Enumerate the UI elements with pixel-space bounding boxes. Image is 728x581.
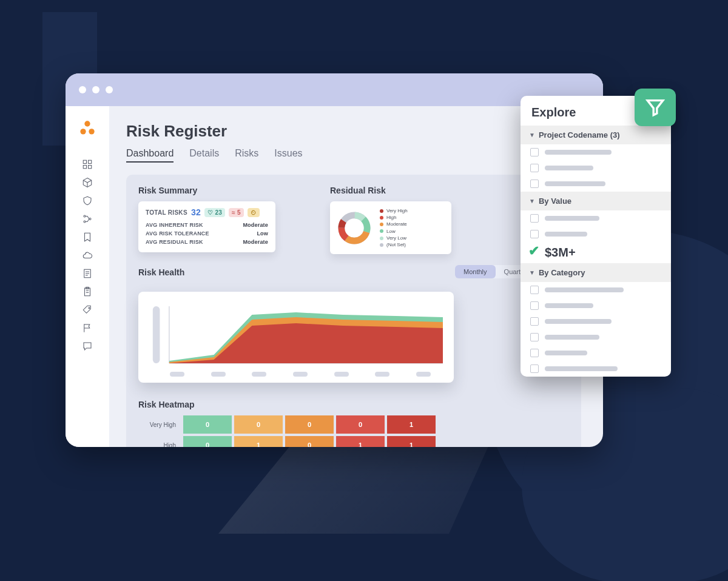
checkbox[interactable]	[530, 214, 539, 223]
explore-option[interactable]	[521, 210, 671, 226]
checkbox[interactable]	[530, 349, 539, 357]
checkbox[interactable]	[530, 148, 539, 156]
funnel-icon	[645, 97, 666, 118]
app-logo	[79, 119, 96, 139]
heatmap-cell[interactable]: 0	[336, 415, 385, 434]
heatmap-row-label: High	[138, 442, 181, 447]
residual-risk-section: Residual Risk Very HighHighModerateLowVe…	[330, 186, 451, 254]
heatmap-cell[interactable]: 1	[336, 436, 385, 447]
risk-summary-section: Risk Summary TOTAL RISKS 32 ♡ 23 ≈ 5 ⏲ A…	[138, 186, 275, 254]
legend-item: Very High	[380, 207, 408, 214]
heatmap-cell[interactable]: 0	[234, 415, 283, 434]
checkbox[interactable]	[530, 230, 539, 238]
svg-point-9	[84, 221, 86, 223]
checkbox[interactable]	[530, 333, 539, 341]
svg-rect-6	[83, 166, 86, 169]
checkbox[interactable]	[530, 301, 539, 310]
risk-summary-card: TOTAL RISKS 32 ♡ 23 ≈ 5 ⏲ AVG INHERENT R…	[138, 201, 275, 252]
trend-chip: ≈ 5	[229, 208, 244, 217]
checkbox-checked[interactable]	[530, 249, 539, 257]
sidebar-item-nodes[interactable]	[82, 213, 93, 224]
period-tab-monthly[interactable]: Monthly	[455, 265, 496, 278]
window-dot	[79, 86, 86, 93]
sidebar-item-bookmark[interactable]	[82, 232, 93, 243]
x-ticks	[149, 368, 443, 377]
heatmap-cell[interactable]: 0	[285, 436, 334, 447]
legend-item: (Not Set)	[380, 241, 408, 248]
risk-health-card	[138, 292, 454, 383]
sidebar-item-tags[interactable]	[82, 304, 93, 315]
heatmap-cell[interactable]: 0	[183, 436, 232, 447]
svg-rect-26	[153, 306, 160, 363]
heatmap-cell[interactable]: 1	[387, 436, 436, 447]
summary-row: AVG INHERENT RISKModerate	[146, 221, 268, 229]
tab-details[interactable]: Details	[189, 148, 219, 163]
filter-button[interactable]	[635, 89, 676, 126]
svg-rect-7	[89, 166, 92, 169]
window-dot	[106, 86, 113, 93]
svg-point-1	[84, 121, 90, 126]
svg-point-2	[80, 129, 86, 134]
tab-dashboard[interactable]: Dashboard	[126, 148, 174, 163]
page-title: Risk Register	[126, 122, 581, 141]
sidebar-item-clipboard[interactable]	[82, 286, 93, 297]
summary-row: AVG RISK TOLERANCELow	[146, 229, 268, 238]
heatmap-row-label: Very High	[138, 421, 181, 428]
explore-option[interactable]	[521, 361, 671, 377]
sidebar-item-dashboard[interactable]	[82, 159, 93, 170]
risk-heatmap-section: Risk Heatmap Very High00001High01011Mode…	[138, 400, 569, 447]
svg-rect-5	[89, 160, 92, 163]
legend-item: High	[380, 214, 408, 221]
sidebar	[66, 106, 109, 447]
checkbox[interactable]	[530, 180, 539, 188]
checkbox[interactable]	[530, 317, 539, 326]
total-risks-label: TOTAL RISKS	[146, 209, 187, 216]
explore-option[interactable]	[521, 329, 671, 345]
risk-heatmap-heading: Risk Heatmap	[138, 400, 569, 409]
dashboard-panel: Risk Summary TOTAL RISKS 32 ♡ 23 ≈ 5 ⏲ A…	[126, 175, 581, 447]
window-dot	[92, 86, 99, 93]
risk-heatmap: Very High00001High01011Moderate01250Low1…	[138, 415, 569, 447]
explore-option[interactable]	[521, 226, 671, 242]
explore-group-header[interactable]: ▼By Category	[521, 263, 671, 282]
explore-option[interactable]	[521, 282, 671, 298]
sidebar-item-shield[interactable]	[82, 195, 93, 206]
explore-option[interactable]	[521, 345, 671, 361]
explore-option[interactable]	[521, 160, 671, 176]
legend-item: Moderate	[380, 221, 408, 227]
sidebar-item-flag[interactable]	[82, 323, 93, 334]
total-risks-value: 32	[191, 207, 201, 217]
explore-panel: Explore ▼Project Codename (3)▼By Value$3…	[521, 96, 671, 377]
heatmap-cell[interactable]: 0	[285, 415, 334, 434]
explore-option[interactable]	[521, 176, 671, 192]
residual-donut-chart	[337, 211, 371, 245]
sidebar-item-comment[interactable]	[82, 341, 93, 352]
risk-health-chart	[149, 301, 443, 368]
heatmap-cell[interactable]: 1	[387, 415, 436, 434]
tab-bar: DashboardDetailsRisksIssues	[126, 148, 581, 163]
residual-risk-card: Very HighHighModerateLowVery Low(Not Set…	[330, 201, 451, 254]
tab-issues[interactable]: Issues	[274, 148, 302, 163]
tab-risks[interactable]: Risks	[235, 148, 258, 163]
checkbox[interactable]	[530, 164, 539, 172]
svg-rect-4	[83, 160, 86, 163]
health-chip: ♡ 23	[204, 208, 225, 217]
explore-option-checked[interactable]: $3M+	[521, 242, 671, 263]
sidebar-item-cube[interactable]	[82, 177, 93, 188]
legend-item: Low	[380, 228, 408, 235]
svg-point-19	[89, 307, 90, 309]
checkbox[interactable]	[530, 286, 539, 294]
explore-option[interactable]	[521, 314, 671, 329]
info-chip: ⏲	[248, 208, 260, 217]
risk-health-section: Risk Health MonthlyQuarterlyYearly	[138, 267, 569, 383]
explore-group-header[interactable]: ▼Project Codename (3)	[521, 126, 671, 144]
legend-item: Very Low	[380, 235, 408, 241]
sidebar-item-receipt[interactable]	[82, 268, 93, 279]
checkbox[interactable]	[530, 364, 539, 373]
sidebar-item-cloud[interactable]	[82, 250, 93, 261]
explore-option[interactable]	[521, 298, 671, 314]
explore-option[interactable]	[521, 144, 671, 160]
heatmap-cell[interactable]: 0	[183, 415, 232, 434]
explore-group-header[interactable]: ▼By Value	[521, 192, 671, 210]
heatmap-cell[interactable]: 1	[234, 436, 283, 447]
